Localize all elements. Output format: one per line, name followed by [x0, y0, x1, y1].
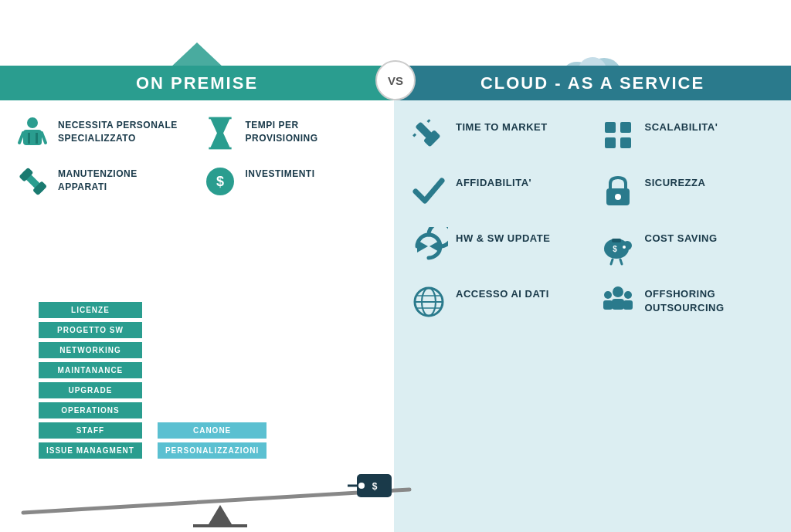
feature-offshoring: OFFSHORINGOUTSOURCING — [599, 283, 780, 321]
svg-point-41 — [623, 241, 632, 250]
feature-manutenzione: MANUTENZIONEAPPARATI — [15, 164, 195, 199]
svg-rect-55 — [603, 300, 613, 310]
main-container: ON PREMISE CLOUD - AS A SERVICE VS — [0, 0, 791, 532]
accesso-ai-dati-label: ACCESSO AI DATI — [456, 283, 549, 301]
feature-affidabilita: AFFIDABILITA' — [409, 171, 591, 210]
tempi-label: TEMPI PERPROVISIONING — [246, 116, 318, 145]
svg-line-31 — [428, 120, 430, 122]
feature-accesso-ai-dati: ACCESSO AI DATI — [409, 283, 591, 321]
person-icon — [15, 116, 50, 151]
plug-icon — [409, 116, 448, 154]
header-row: ON PREMISE CLOUD - AS A SERVICE VS — [0, 0, 791, 100]
right-features-grid: TIME TO MARKET SCALABILITA' — [409, 116, 779, 321]
svg-marker-38 — [417, 240, 428, 252]
svg-point-37 — [615, 194, 621, 200]
svg-rect-34 — [605, 137, 616, 148]
svg-line-8 — [19, 133, 23, 143]
svg-rect-35 — [620, 137, 631, 148]
svg-rect-53 — [612, 299, 624, 310]
svg-line-30 — [413, 134, 416, 137]
svg-line-9 — [42, 133, 46, 143]
feature-investimenti: $ INVESTIMENTI — [203, 164, 383, 199]
svg-rect-11 — [36, 133, 38, 144]
feature-time-to-market: TIME TO MARKET — [409, 116, 591, 154]
svg-point-25 — [358, 483, 365, 489]
svg-rect-42 — [612, 239, 621, 242]
svg-line-21 — [23, 490, 409, 513]
right-bars-column: CANONE PERSONALIZZAZIONI — [158, 422, 266, 459]
feature-tempi: TEMPI PERPROVISIONING — [203, 116, 383, 151]
svg-rect-32 — [605, 122, 616, 133]
manutenzione-label: MANUTENZIONEAPPARATI — [58, 164, 137, 194]
content-row: NECESSITA PERSONALESPECIALIZZATO TEMPI — [0, 100, 791, 532]
svg-point-56 — [624, 291, 632, 299]
cost-saving-label: COST SAVING — [645, 227, 718, 246]
lock-icon — [599, 171, 637, 210]
content-right: TIME TO MARKET SCALABILITA' — [394, 100, 791, 532]
vs-circle: VS — [375, 60, 416, 100]
bar-upgrade: UPGRADE — [39, 382, 142, 398]
bar-licenze: LICENZE — [39, 302, 142, 318]
content-left: NECESSITA PERSONALESPECIALIZZATO TEMPI — [0, 100, 394, 532]
cloud-title-bar: CLOUD - AS A SERVICE — [394, 66, 791, 100]
left-bars-column: LICENZE PROGETTO SW NETWORKING MAINTANAN… — [39, 302, 142, 459]
feature-scalabilita: SCALABILITA' — [599, 116, 780, 154]
svg-marker-22 — [209, 505, 232, 524]
investimenti-label: INVESTIMENTI — [246, 164, 315, 181]
bar-progetto: PROGETTO SW — [39, 322, 142, 338]
svg-line-43 — [611, 259, 613, 264]
svg-rect-57 — [623, 300, 633, 310]
bar-operations: OPERATIONS — [39, 402, 142, 418]
time-to-market-label: TIME TO MARKET — [456, 116, 548, 134]
svg-text:$: $ — [372, 481, 378, 492]
cost-bars-section: LICENZE PROGETTO SW NETWORKING MAINTANAN… — [15, 302, 382, 459]
feature-hw-sw-update: HW & SW UPDATE — [409, 227, 591, 266]
globe-icon — [409, 283, 448, 321]
svg-rect-10 — [28, 133, 30, 144]
svg-marker-39 — [429, 240, 440, 252]
offshoring-label: OFFSHORINGOUTSOURCING — [645, 283, 725, 315]
money-icon: $ — [203, 164, 238, 199]
bar-canone: CANONE — [158, 422, 266, 439]
cloud-title: CLOUD - AS A SERVICE — [480, 73, 704, 93]
affidabilita-label: AFFIDABILITA' — [456, 171, 531, 190]
update-icon — [409, 227, 448, 266]
bar-maintanance: MAINTANANCE — [39, 362, 142, 378]
scalability-icon — [599, 116, 637, 154]
svg-text:$: $ — [216, 174, 223, 189]
bar-staff: STAFF — [39, 422, 142, 439]
svg-rect-33 — [620, 122, 631, 133]
on-premise-title-bar: ON PREMISE — [0, 66, 394, 100]
feature-sicurezza: SICUREZZA — [599, 171, 780, 210]
svg-point-46 — [623, 246, 626, 249]
svg-point-52 — [613, 286, 623, 297]
svg-point-54 — [604, 291, 612, 299]
piggybank-icon: $ — [599, 227, 637, 266]
svg-marker-15 — [210, 134, 230, 149]
hw-sw-update-label: HW & SW UPDATE — [456, 227, 550, 246]
svg-text:$: $ — [613, 245, 617, 253]
seesaw: $ — [0, 455, 433, 532]
svg-line-44 — [620, 259, 622, 264]
scalabilita-label: SCALABILITA' — [645, 116, 718, 134]
svg-point-6 — [27, 117, 38, 128]
bar-networking: NETWORKING — [39, 342, 142, 358]
feature-personale: NECESSITA PERSONALESPECIALIZZATO — [15, 116, 195, 151]
feature-cost-saving: $ COST SAVING — [599, 227, 780, 266]
left-features-grid: NECESSITA PERSONALESPECIALIZZATO TEMPI — [15, 116, 382, 199]
svg-rect-7 — [23, 130, 42, 145]
sicurezza-label: SICUREZZA — [645, 171, 706, 190]
wrench-icon — [15, 164, 50, 199]
team-icon — [599, 283, 637, 321]
personale-label: NECESSITA PERSONALESPECIALIZZATO — [58, 116, 178, 145]
on-premise-title: ON PREMISE — [136, 73, 258, 93]
vs-label: VS — [388, 74, 403, 87]
check-icon — [409, 171, 448, 210]
timer-icon — [203, 116, 238, 151]
